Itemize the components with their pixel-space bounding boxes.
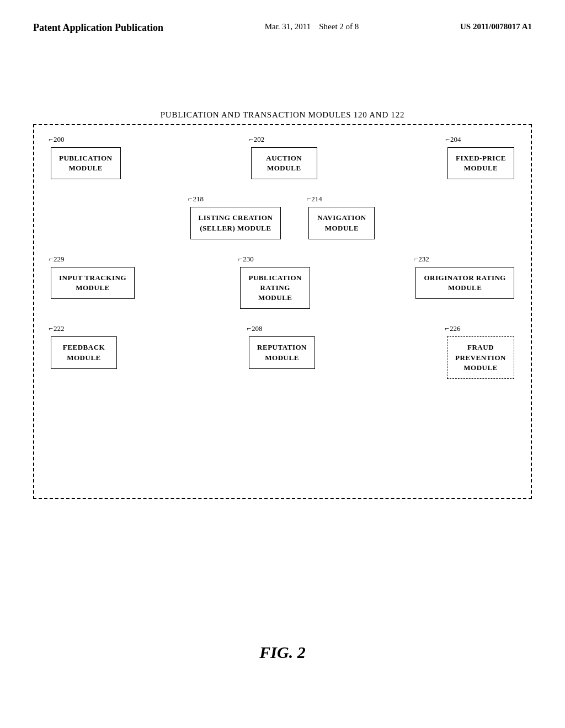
page-header: Patent Application Publication Mar. 31, … [0,0,565,34]
ref-202: ⌐202 [249,135,264,144]
module-218-wrapper: ⌐218 LISTING CREATION (SELLER) MODULE [190,207,281,239]
diagram-title: PUBLICATION AND TRANSACTION MODULES 120 … [33,110,532,120]
ref-222: ⌐222 [49,324,64,333]
module-208-wrapper: ⌐208 REPUTATION MODULE [249,336,315,368]
ref-204: ⌐204 [445,135,461,144]
module-229: INPUT TRACKING MODULE [51,267,135,299]
header-right: US 2011/0078017 A1 [460,22,532,31]
ref-226: ⌐226 [445,324,460,333]
module-row-3: ⌐229 INPUT TRACKING MODULE ⌐230 PUBLICAT… [51,267,514,309]
module-202: AUCTION MODULE [251,147,317,179]
module-200: PUBLICATION MODULE [51,147,121,179]
module-204: FIXED-PRICE MODULE [447,147,514,179]
module-202-wrapper: ⌐202 AUCTION MODULE [251,147,317,179]
module-226-wrapper: ⌐226 FRAUD PREVENTION MODULE [447,336,514,379]
module-208: REPUTATION MODULE [249,336,315,368]
module-214-wrapper: ⌐214 NAVIGATION MODULE [308,207,375,239]
module-230: PUBLICATION RATING MODULE [240,267,310,309]
module-229-wrapper: ⌐229 INPUT TRACKING MODULE [51,267,135,299]
module-222: FEEDBACK MODULE [51,336,117,368]
header-center: Mar. 31, 2011 Sheet 2 of 8 [265,22,359,31]
module-204-wrapper: ⌐204 FIXED-PRICE MODULE [447,147,514,179]
ref-218: ⌐218 [188,195,204,204]
ref-232: ⌐232 [413,255,429,264]
ref-200: ⌐200 [49,135,64,144]
figure-caption: FIG. 2 [0,643,565,662]
ref-230: ⌐230 [238,255,253,264]
ref-229: ⌐229 [49,255,64,264]
module-200-wrapper: ⌐200 PUBLICATION MODULE [51,147,121,179]
module-row-2: ⌐218 LISTING CREATION (SELLER) MODULE ⌐2… [51,207,514,239]
module-row-1: ⌐200 PUBLICATION MODULE ⌐202 AUCTION MOD… [51,147,514,179]
module-230-wrapper: ⌐230 PUBLICATION RATING MODULE [240,267,310,309]
dashed-outer-box: ⌐200 PUBLICATION MODULE ⌐202 AUCTION MOD… [33,124,532,499]
module-232: ORIGINATOR RATING MODULE [415,267,514,299]
header-left: Patent Application Publication [33,22,163,34]
module-214: NAVIGATION MODULE [308,207,375,239]
module-row-4: ⌐222 FEEDBACK MODULE ⌐208 REPUTATION MOD… [51,336,514,379]
module-222-wrapper: ⌐222 FEEDBACK MODULE [51,336,117,368]
ref-208: ⌐208 [247,324,262,333]
module-218: LISTING CREATION (SELLER) MODULE [190,207,281,239]
module-226: FRAUD PREVENTION MODULE [447,336,514,379]
module-232-wrapper: ⌐232 ORIGINATOR RATING MODULE [415,267,514,299]
diagram-area: PUBLICATION AND TRANSACTION MODULES 120 … [33,110,532,499]
ref-214: ⌐214 [306,195,322,204]
